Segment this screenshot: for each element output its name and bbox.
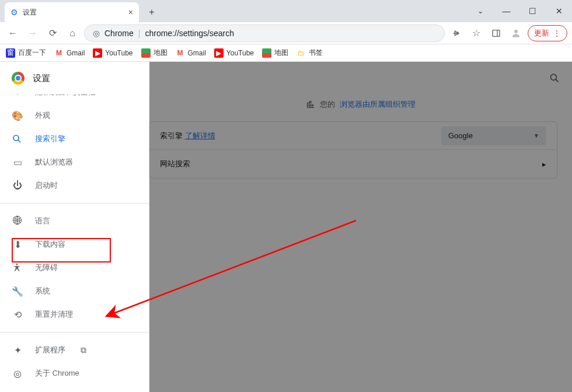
chrome-logo-icon — [12, 72, 25, 85]
profile-icon[interactable] — [508, 25, 524, 41]
download-icon: ⬇ — [12, 239, 23, 250]
new-tab-button[interactable]: + — [144, 4, 160, 20]
sidebar-item-label: 无障碍 — [35, 262, 58, 273]
bookmark-item[interactable]: 地图 — [262, 48, 288, 58]
sidebar-item-label: 扩展程序 — [35, 345, 65, 355]
sidebar-separator — [0, 332, 149, 332]
plus-icon: + — [149, 7, 154, 18]
bookmark-item[interactable]: MGmail — [54, 48, 85, 58]
sidebar-item-extensions[interactable]: ✦扩展程序⧉ — [0, 338, 149, 362]
accessibility-icon — [12, 262, 23, 273]
search-icon — [12, 134, 23, 144]
bookmark-item[interactable]: ▶YouTube — [93, 48, 132, 58]
tab-search-icon[interactable]: ⌄ — [467, 2, 493, 20]
home-button[interactable]: ⌂ — [64, 25, 81, 41]
bookmark-item[interactable]: ▶YouTube — [214, 48, 254, 58]
svg-point-5 — [16, 264, 18, 265]
bookmarks-bar: 窗百度一下 MGmail ▶YouTube 地图 MGmail ▶YouTube… — [0, 44, 572, 62]
bookmark-label: YouTube — [226, 49, 254, 57]
bookmark-star-icon[interactable]: ☆ — [468, 25, 484, 41]
shield-icon: 🛡 — [12, 94, 23, 97]
bookmark-label: 百度一下 — [18, 48, 46, 58]
chrome-icon: ◎ — [12, 368, 23, 379]
sidebar-item-downloads[interactable]: ⬇下载内容 — [0, 233, 149, 256]
sidebar-separator — [0, 203, 149, 204]
sidebar-item-reset[interactable]: ⟲重置并清理 — [0, 303, 149, 326]
browser-tab[interactable]: ⚙ 设置 × — [5, 2, 139, 22]
sidebar-item-default-browser[interactable]: ▭默认浏览器 — [0, 150, 149, 174]
map-icon — [141, 48, 151, 58]
sidebar-header: 设置 — [0, 62, 149, 94]
gmail-icon: M — [54, 48, 64, 58]
window-controls: ⌄ — ☐ ✕ — [467, 0, 572, 22]
maximize-button[interactable]: ☐ — [519, 2, 546, 20]
browser-icon: ▭ — [12, 157, 23, 168]
sidebar-item-search-engine[interactable]: 搜索引擎 — [0, 127, 149, 150]
sidebar-scroll[interactable]: 🛡隐私设置和安全性 🎨外观 搜索引擎 ▭默认浏览器 ⏻启动时 🌐︎语言 ⬇下载内… — [0, 94, 149, 392]
sidebar-item-startup[interactable]: ⏻启动时 — [0, 174, 149, 197]
sidebar-item-label: 重置并清理 — [35, 309, 73, 320]
reset-icon: ⟲ — [12, 309, 23, 320]
minimize-button[interactable]: — — [493, 2, 519, 20]
baidu-icon: 窗 — [6, 48, 15, 58]
sidebar-item-label: 关于 Chrome — [35, 368, 79, 379]
update-button[interactable]: 更新 ⋮ — [528, 25, 567, 41]
sidebar-item-appearance[interactable]: 🎨外观 — [0, 104, 149, 127]
omnibox-divider: | — [138, 29, 141, 38]
wrench-icon: 🔧 — [12, 286, 23, 297]
bookmark-item[interactable]: 窗百度一下 — [6, 48, 46, 58]
svg-point-2 — [514, 30, 518, 33]
sidebar-item-label: 启动时 — [35, 180, 58, 191]
external-link-icon: ⧉ — [81, 345, 86, 355]
sidebar-item-system[interactable]: 🔧系统 — [0, 279, 149, 303]
sidebar-item-about[interactable]: ◎关于 Chrome — [0, 362, 149, 385]
bookmark-item[interactable]: MGmail — [176, 48, 206, 58]
gear-icon: ⚙ — [11, 8, 18, 17]
folder-icon: 🗀 — [297, 48, 306, 58]
sidebar-title: 设置 — [33, 73, 50, 84]
content-area: 设置 🛡隐私设置和安全性 🎨外观 搜索引擎 ▭默认浏览器 ⏻启动时 🌐︎语言 ⬇… — [0, 62, 572, 392]
sidebar-item-label: 搜索引擎 — [35, 134, 65, 144]
settings-main: 您的浏览器由所属组织管理 索引擎 了解详情 Google ▼ 网站搜索 ▸ — [149, 62, 572, 392]
svg-point-3 — [13, 135, 19, 141]
bookmark-folder[interactable]: 🗀书签 — [297, 48, 323, 58]
menu-dots-icon: ⋮ — [553, 29, 561, 38]
bookmark-label: 地图 — [274, 48, 288, 58]
bookmark-label: Gmail — [67, 49, 85, 57]
sidebar-item-languages[interactable]: 🌐︎语言 — [0, 209, 149, 233]
bookmark-label: 书签 — [309, 48, 323, 58]
bookmark-label: 地图 — [154, 48, 168, 58]
share-icon[interactable] — [448, 25, 465, 41]
youtube-icon: ▶ — [93, 48, 102, 58]
sidebar-item-label: 外观 — [35, 110, 50, 121]
sidebar-item-accessibility[interactable]: 无障碍 — [0, 256, 149, 279]
sidebar-item-label: 隐私设置和安全性 — [35, 94, 96, 97]
settings-sidebar: 设置 🛡隐私设置和安全性 🎨外观 搜索引擎 ▭默认浏览器 ⏻启动时 🌐︎语言 ⬇… — [0, 62, 149, 392]
dim-overlay — [149, 62, 572, 392]
back-button[interactable]: ← — [5, 25, 21, 41]
forward-button[interactable]: → — [25, 25, 41, 41]
address-bar[interactable]: ◎ Chrome | chrome://settings/search — [84, 24, 445, 42]
bookmark-label: Gmail — [188, 49, 206, 57]
bookmark-item[interactable]: 地图 — [141, 48, 168, 58]
sidebar-item-label: 语言 — [35, 216, 50, 226]
sidebar-item-privacy[interactable]: 🛡隐私设置和安全性 — [0, 94, 149, 104]
close-window-button[interactable]: ✕ — [546, 2, 572, 20]
close-tab-icon[interactable]: × — [128, 8, 133, 17]
power-icon: ⏻ — [12, 180, 23, 191]
site-info-icon[interactable]: ◎ — [93, 29, 100, 38]
sidebar-item-label: 默认浏览器 — [35, 157, 73, 167]
globe-icon: 🌐︎ — [12, 216, 23, 226]
omnibox-prefix: Chrome — [104, 29, 134, 38]
update-label: 更新 — [534, 28, 549, 38]
youtube-icon: ▶ — [214, 48, 224, 58]
palette-icon: 🎨 — [12, 110, 23, 121]
sidebar-item-label: 系统 — [35, 286, 50, 296]
svg-rect-0 — [493, 30, 500, 36]
tab-title: 设置 — [23, 8, 37, 18]
bookmark-label: YouTube — [105, 49, 132, 57]
side-panel-icon[interactable] — [488, 25, 504, 41]
puzzle-icon: ✦ — [12, 345, 23, 356]
reload-button[interactable]: ⟳ — [44, 25, 61, 41]
toolbar: ← → ⟳ ⌂ ◎ Chrome | chrome://settings/sea… — [0, 22, 572, 44]
